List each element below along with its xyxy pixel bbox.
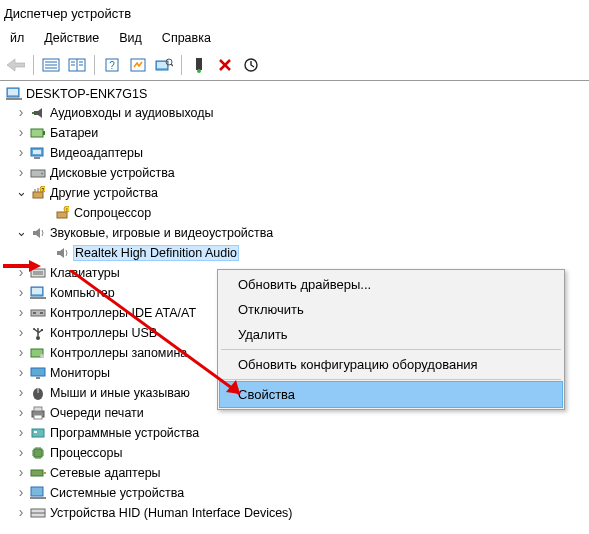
svg-rect-63 — [32, 429, 44, 437]
svg-rect-47 — [40, 312, 43, 314]
window-title: Диспетчер устройств — [0, 0, 589, 27]
help-button[interactable]: ? — [100, 54, 124, 76]
tree-root[interactable]: DESKTOP-ENK7G1S — [4, 85, 589, 103]
device-realtek-audio[interactable]: Realtek High Definition Audio — [4, 243, 589, 263]
mouse-icon — [30, 385, 46, 401]
sound-icon — [30, 225, 46, 241]
category-hid[interactable]: Устройства HID (Human Interface Devices) — [4, 503, 589, 523]
ctx-delete[interactable]: Удалить — [220, 322, 562, 347]
expander-icon[interactable] — [14, 466, 28, 480]
svg-rect-29 — [33, 150, 41, 154]
keyboard-icon — [30, 265, 46, 281]
toolbar-separator — [181, 55, 182, 75]
expander-icon[interactable] — [14, 326, 28, 340]
menu-view[interactable]: Вид — [109, 29, 152, 47]
detail-view-button[interactable] — [39, 54, 63, 76]
svg-text:?: ? — [42, 187, 45, 193]
svg-rect-36 — [57, 212, 67, 218]
back-button[interactable] — [4, 54, 28, 76]
category-label: Сетевые адаптеры — [50, 466, 161, 480]
disable-button[interactable] — [239, 54, 263, 76]
svg-rect-61 — [34, 407, 42, 411]
category-other-devices[interactable]: ? Другие устройства — [4, 183, 589, 203]
category-video-adapters[interactable]: Видеоадаптеры — [4, 143, 589, 163]
svg-rect-17 — [196, 58, 202, 70]
toolbar-separator — [33, 55, 34, 75]
expander-icon[interactable] — [14, 366, 28, 380]
category-network-adapters[interactable]: Сетевые адаптеры — [4, 463, 589, 483]
network-icon — [30, 465, 46, 481]
expander-icon[interactable] — [14, 266, 28, 280]
hid-icon — [30, 505, 46, 521]
scan-hardware-button[interactable] — [152, 54, 176, 76]
expander-icon[interactable] — [14, 146, 28, 160]
menu-action[interactable]: Действие — [34, 29, 109, 47]
svg-point-52 — [33, 328, 35, 330]
monitor-icon — [30, 365, 46, 381]
expander-icon[interactable] — [14, 386, 28, 400]
expander-icon[interactable] — [14, 106, 28, 120]
unknown-device-icon: ! — [54, 205, 70, 221]
category-disk-drives[interactable]: Дисковые устройства — [4, 163, 589, 183]
uninstall-button[interactable] — [213, 54, 237, 76]
svg-rect-65 — [34, 449, 42, 457]
svg-rect-44 — [30, 297, 46, 299]
disk-icon — [30, 165, 46, 181]
category-label: Процессоры — [50, 446, 122, 460]
svg-rect-69 — [30, 497, 46, 499]
expander-icon[interactable] — [14, 486, 28, 500]
update-driver-button[interactable] — [187, 54, 211, 76]
expander-icon[interactable] — [14, 506, 28, 520]
ctx-separator — [221, 379, 561, 380]
software-icon — [30, 425, 46, 441]
category-label: Контроллеры USB — [50, 326, 157, 340]
category-audio-io[interactable]: Аудиовходы и аудиовыходы — [4, 103, 589, 123]
expander-icon[interactable] — [14, 446, 28, 460]
expander-icon[interactable] — [14, 406, 28, 420]
category-software-devices[interactable]: Программные устройства — [4, 423, 589, 443]
toolbar: ? — [0, 51, 589, 81]
svg-point-55 — [40, 354, 44, 358]
ctx-disable[interactable]: Отключить — [220, 297, 562, 322]
computer-icon — [30, 285, 46, 301]
svg-rect-62 — [34, 415, 42, 419]
category-label: Мыши и иные указываю — [50, 386, 190, 400]
expander-icon[interactable] — [14, 226, 28, 240]
menu-help[interactable]: Справка — [152, 29, 221, 47]
usb-icon — [30, 325, 46, 341]
svg-rect-24 — [6, 98, 22, 100]
ctx-scan-hardware[interactable]: Обновить конфигурацию оборудования — [220, 352, 562, 377]
expander-icon[interactable] — [14, 286, 28, 300]
device-label: Realtek High Definition Audio — [74, 246, 238, 260]
expander-icon[interactable] — [14, 426, 28, 440]
expander-icon[interactable] — [14, 126, 28, 140]
ide-icon — [30, 305, 46, 321]
ctx-properties[interactable]: Свойства — [220, 382, 562, 407]
cpu-icon — [30, 445, 46, 461]
menu-file[interactable]: йл — [0, 29, 34, 47]
svg-rect-27 — [43, 131, 45, 135]
category-system-devices[interactable]: Системные устройства — [4, 483, 589, 503]
expander-icon[interactable] — [14, 346, 28, 360]
expander-icon[interactable] — [14, 306, 28, 320]
toolbar-separator — [94, 55, 95, 75]
category-sound-video-game[interactable]: Звуковые, игровые и видеоустройства — [4, 223, 589, 243]
device-coprocessor[interactable]: ! Сопроцессор — [4, 203, 589, 223]
svg-rect-33 — [33, 192, 43, 198]
category-label: Аудиовходы и аудиовыходы — [50, 106, 213, 120]
context-menu: Обновить драйверы... Отключить Удалить О… — [217, 269, 565, 410]
svg-text:!: ! — [66, 207, 67, 213]
ctx-update-drivers[interactable]: Обновить драйверы... — [220, 272, 562, 297]
other-devices-icon: ? — [30, 185, 46, 201]
expander-icon[interactable] — [14, 186, 28, 200]
expander-icon[interactable] — [14, 166, 28, 180]
properties-button[interactable] — [65, 54, 89, 76]
printer-icon — [30, 405, 46, 421]
menubar: йл Действие Вид Справка — [0, 27, 589, 51]
svg-rect-66 — [31, 470, 43, 476]
category-batteries[interactable]: Батареи — [4, 123, 589, 143]
category-label: Звуковые, игровые и видеоустройства — [50, 226, 273, 240]
category-processors[interactable]: Процессоры — [4, 443, 589, 463]
show-hidden-button[interactable] — [126, 54, 150, 76]
computer-name: DESKTOP-ENK7G1S — [26, 87, 147, 101]
